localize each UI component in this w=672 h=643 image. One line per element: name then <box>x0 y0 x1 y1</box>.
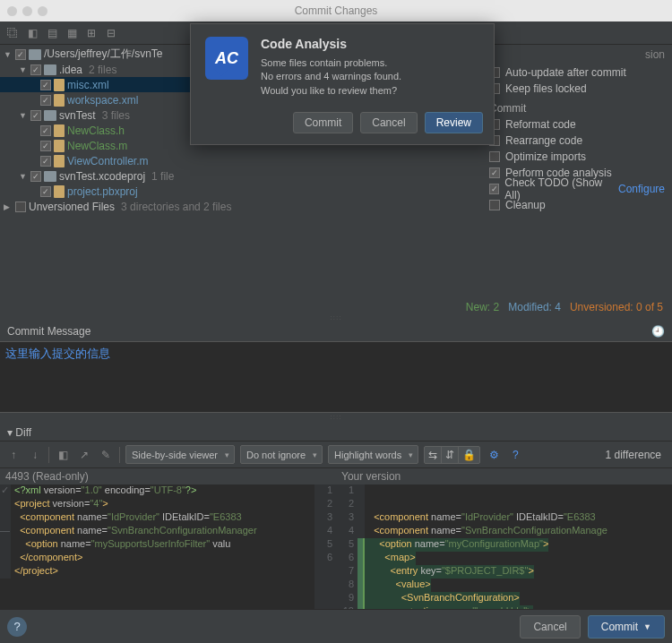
checkbox[interactable]: ✓ <box>30 110 41 121</box>
option-label: Reformat code <box>505 118 576 131</box>
collapse-unchanged-icon[interactable]: ⇆ <box>425 447 442 463</box>
option-label: Rearrange code <box>505 134 582 147</box>
drag-handle[interactable]: :::: <box>0 313 672 322</box>
tree-label: misc.xml <box>67 79 109 91</box>
tree-file-viewcontroller[interactable]: ✓ ViewController.m <box>0 153 482 168</box>
chevron-down-icon[interactable]: ▼ <box>19 65 28 74</box>
checkbox[interactable]: ✓ <box>40 125 51 136</box>
checkbox[interactable]: ✓ <box>40 80 51 90</box>
checkbox[interactable]: ✓ <box>489 184 499 194</box>
status-new: New: 2 <box>466 301 499 313</box>
compare-icon[interactable]: ◧ <box>55 447 71 463</box>
highlight-combo[interactable]: Highlight words <box>328 445 418 464</box>
tree-label: project.pbxproj <box>67 185 138 198</box>
ignore-combo[interactable]: Do not ignore <box>240 445 323 464</box>
zoom-window-icon[interactable] <box>38 6 47 16</box>
lock-icon[interactable]: 🔒 <box>459 447 479 463</box>
chevron-down-icon[interactable]: ▼ <box>19 172 28 181</box>
help-button[interactable]: ? <box>7 617 27 637</box>
diff-toolbar: ↑ ↓ ◧ ↗ ✎ Side-by-side viewer Do not ign… <box>0 441 672 468</box>
configure-link[interactable]: Configure <box>618 183 665 195</box>
external-icon[interactable]: ↗ <box>76 447 92 463</box>
prev-diff-icon[interactable]: ↑ <box>5 447 22 463</box>
bottom-bar: ? Cancel Commit▼ <box>0 609 672 643</box>
file-icon <box>54 185 65 198</box>
folder-icon <box>44 110 56 121</box>
sync-scroll-icon[interactable]: ⇵ <box>442 447 459 463</box>
commit-message-label: Commit Message <box>7 325 90 338</box>
checkbox[interactable]: ✓ <box>30 171 41 182</box>
history-icon[interactable]: 🕘 <box>651 325 665 338</box>
collapse-icon[interactable]: ⊟ <box>104 26 118 40</box>
commit-message-input[interactable]: 这里输入提交的信息 <box>0 341 672 413</box>
option-label: Auto-update after commit <box>505 66 626 79</box>
commit-button[interactable]: Commit▼ <box>588 615 665 639</box>
option-rearrange[interactable]: Rearrange code <box>489 133 665 149</box>
close-window-icon[interactable] <box>7 6 17 16</box>
dialog-title: Code Analysis <box>261 37 401 51</box>
diff-file-header: 4493 (Read-only) Your version <box>0 468 672 484</box>
diff-count: 1 difference <box>606 449 668 461</box>
next-diff-icon[interactable]: ↓ <box>27 447 43 463</box>
chevron-right-icon[interactable]: ▶ <box>4 202 13 211</box>
dialog-cancel-button[interactable]: Cancel <box>360 112 417 133</box>
dialog-line: No errors and 4 warnings found. <box>261 70 401 83</box>
group-icon[interactable]: ▦ <box>65 26 79 40</box>
file-icon <box>54 124 65 137</box>
checkbox[interactable]: ✓ <box>489 167 500 178</box>
tree-meta: 2 files <box>89 64 116 76</box>
dialog-review-button[interactable]: Review <box>425 112 483 133</box>
help-icon[interactable]: ? <box>507 447 523 463</box>
tree-label: svnTest.xcodeproj <box>59 170 145 183</box>
checkbox[interactable]: ✓ <box>15 49 26 60</box>
chevron-down-icon[interactable]: ▼ <box>19 111 28 120</box>
checkbox[interactable]: ✓ <box>40 141 51 151</box>
tree-meta: 3 files <box>102 109 130 122</box>
checkbox[interactable]: ✓ <box>40 95 51 106</box>
minimize-window-icon[interactable] <box>22 6 32 16</box>
gear-icon[interactable]: ⚙ <box>486 447 502 463</box>
option-keep-locked[interactable]: Keep files locked <box>489 81 665 97</box>
tree-folder-xcodeproj[interactable]: ▼ ✓ svnTest.xcodeproj 1 file <box>0 168 482 184</box>
tree-file-pbxproj[interactable]: ✓ project.pbxproj <box>0 184 482 199</box>
diff-section-header[interactable]: ▾ Diff <box>0 421 672 441</box>
tree-meta: 1 file <box>151 170 174 183</box>
changelist-icon[interactable]: ▤ <box>45 26 59 40</box>
tree-unversioned[interactable]: ▶ Unversioned Files 3 directories and 2 … <box>0 199 482 214</box>
diff-icon[interactable]: ◧ <box>25 26 39 40</box>
drag-handle[interactable]: :::: <box>0 413 672 421</box>
commit-message-text: 这里输入提交的信息 <box>5 346 667 362</box>
window-title: Commit Changes <box>295 4 378 17</box>
tree-label: workspace.xml <box>67 94 138 107</box>
checkbox[interactable]: ✓ <box>30 64 41 75</box>
commit-options-panel: sion Auto-update after commit Keep files… <box>482 45 672 299</box>
viewer-combo[interactable]: Side-by-side viewer <box>125 445 235 464</box>
edit-icon[interactable]: ✎ <box>98 447 114 463</box>
checkbox[interactable] <box>489 151 500 162</box>
option-label: Optimize imports <box>505 150 586 163</box>
chevron-down-icon: ▼ <box>643 622 651 631</box>
dialog-commit-button[interactable]: Commit <box>293 112 353 133</box>
sion-fragment: sion <box>489 48 665 61</box>
option-optimize[interactable]: Optimize imports <box>489 149 665 165</box>
chevron-down-icon[interactable]: ▼ <box>4 50 13 59</box>
left-code-pane[interactable]: ✓<?xml version="1.0" encoding="UTF-8"?> … <box>0 484 314 619</box>
right-pane-title: Your version <box>336 468 672 484</box>
expand-icon[interactable]: ⊞ <box>84 26 99 40</box>
checkbox[interactable]: ✓ <box>40 186 51 197</box>
cancel-button[interactable]: Cancel <box>520 615 580 639</box>
folder-icon <box>29 49 41 60</box>
tree-label: NewClass.m <box>67 140 127 152</box>
diff-code-area: ✓<?xml version="1.0" encoding="UTF-8"?> … <box>0 484 672 619</box>
checkbox[interactable] <box>489 200 500 210</box>
copy-icon[interactable]: ⿻ <box>5 26 20 40</box>
option-todo[interactable]: ✓Check TODO (Show All) Configure <box>489 181 665 197</box>
tree-label: svnTest <box>59 109 96 122</box>
titlebar: Commit Changes <box>0 0 672 21</box>
option-auto-update[interactable]: Auto-update after commit <box>489 64 665 81</box>
status-unversioned: Unversioned: 0 of 5 <box>570 301 663 313</box>
checkbox[interactable]: ✓ <box>40 156 51 167</box>
checkbox[interactable] <box>15 201 26 212</box>
option-reformat[interactable]: Reformat code <box>489 116 665 133</box>
right-code-pane[interactable]: <component name="IdProvider" IDEtalkID="… <box>358 484 672 619</box>
